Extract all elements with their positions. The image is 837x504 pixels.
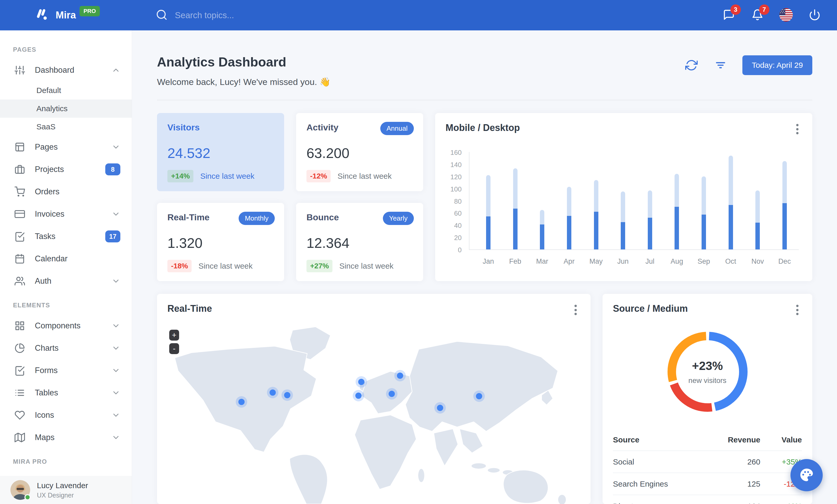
x-axis-label: Nov: [751, 258, 764, 265]
welcome-message: Welcome back, Lucy! We've missed you. 👋: [157, 77, 331, 87]
more-vertical-icon[interactable]: [792, 123, 802, 135]
sidebar-item-auth[interactable]: Auth: [0, 270, 132, 292]
date-button[interactable]: Today: April 29: [742, 55, 812, 75]
map-zoom-in-button[interactable]: +: [169, 330, 179, 341]
grid-icon: [15, 321, 25, 331]
users-icon: [15, 276, 25, 286]
user-role: UX Designer: [37, 491, 88, 499]
sidebar-item-charts[interactable]: Charts: [0, 337, 132, 359]
bar-chart: 020406080100120140160 JanFebMarAprMayJun…: [447, 152, 799, 272]
bar-may: May: [594, 152, 599, 249]
sidebar-section-elements: ELEMENTS: [0, 292, 132, 315]
sidebar-item-dashboard[interactable]: Dashboard: [0, 59, 132, 81]
y-axis-tick: 40: [454, 222, 462, 230]
sliders-icon: [15, 65, 25, 75]
bar-feb: Feb: [513, 152, 518, 249]
brand[interactable]: Mira PRO: [34, 7, 100, 24]
us-flag-icon: [779, 8, 793, 23]
sidebar-item-orders[interactable]: Orders: [0, 181, 132, 203]
chevron-down-icon: [111, 210, 120, 219]
user-name: Lucy Lavender: [37, 481, 88, 490]
bounce-card: Bounce Yearly 12.364 +27% Since last wee…: [296, 203, 423, 281]
sidebar-item-invoices[interactable]: Invoices: [0, 203, 132, 225]
table-header: Source Revenue Value: [613, 429, 802, 451]
bar-aug: Aug: [675, 152, 679, 249]
x-axis-label: Aug: [671, 258, 683, 265]
tasks-count-badge: 17: [105, 230, 120, 242]
sidebar-item-projects[interactable]: Projects 8: [0, 158, 132, 181]
map-marker: [284, 392, 290, 398]
period-badge: Monthly: [238, 212, 275, 225]
sidebar-item-tables[interactable]: Tables: [0, 381, 132, 404]
mira-logo-icon: [34, 7, 50, 24]
chevron-down-icon: [111, 277, 120, 285]
stat-title: Visitors: [167, 123, 274, 132]
bar-oct: Oct: [729, 152, 733, 249]
mobile-desktop-card: Mobile / Desktop 020406080100120140160 J…: [435, 113, 812, 281]
map-icon: [15, 432, 25, 443]
list-icon: [15, 388, 25, 398]
stat-note: Since last week: [337, 172, 391, 181]
sidebar-item-saas[interactable]: SaaS: [0, 118, 132, 136]
heart-icon: [15, 410, 25, 421]
sidebar-section-mira-pro: MIRA PRO: [0, 449, 132, 471]
chart-title: Source / Medium: [613, 303, 802, 314]
refresh-icon: [685, 59, 698, 72]
table-row: Direct164+46%: [613, 495, 802, 504]
filter-icon: [715, 59, 727, 71]
notifications-button[interactable]: 7: [751, 8, 764, 22]
sidebar-item-icons[interactable]: Icons: [0, 404, 132, 426]
stat-value: 24.532: [167, 145, 274, 161]
shopping-cart-icon: [15, 187, 25, 197]
projects-count-badge: 8: [105, 163, 120, 175]
sidebar-item-components[interactable]: Components: [0, 315, 132, 337]
map-zoom-out-button[interactable]: -: [169, 343, 179, 354]
table-cell: Search Engines: [613, 480, 703, 488]
sidebar-item-tasks[interactable]: Tasks 17: [0, 225, 132, 247]
sidebar-item-pages[interactable]: Pages: [0, 136, 132, 158]
map-marker: [476, 393, 482, 399]
bar-apr: Apr: [567, 152, 571, 249]
map-marker: [355, 393, 361, 399]
sidebar-item-analytics[interactable]: Analytics: [0, 99, 132, 118]
messages-button[interactable]: 3: [722, 8, 736, 22]
table-cell: Direct: [613, 502, 703, 504]
x-axis-label: Dec: [778, 258, 791, 265]
table-row: Social260+35%: [613, 451, 802, 473]
sidebar-item-maps[interactable]: Maps: [0, 426, 132, 449]
more-vertical-icon[interactable]: [570, 304, 581, 316]
y-axis-tick: 140: [450, 161, 462, 169]
chevron-down-icon: [111, 388, 120, 397]
logout-button[interactable]: [808, 8, 821, 22]
map-marker: [358, 379, 364, 385]
y-axis-tick: 20: [454, 234, 462, 242]
map-marker: [270, 389, 276, 396]
credit-card-icon: [15, 209, 25, 219]
sidebar-item-forms[interactable]: Forms: [0, 359, 132, 381]
y-axis-tick: 0: [458, 246, 462, 254]
x-axis-label: Oct: [725, 258, 736, 265]
search-input[interactable]: [175, 11, 321, 20]
x-axis-label: Jun: [617, 258, 629, 265]
bar-jan: Jan: [486, 152, 491, 249]
top-navbar: Mira PRO 3 7: [0, 0, 837, 31]
table-cell: 125: [703, 480, 760, 488]
sidebar-item-default[interactable]: Default: [0, 81, 132, 99]
bar-jul: Jul: [648, 152, 652, 249]
language-button[interactable]: [779, 8, 793, 22]
more-vertical-icon[interactable]: [792, 304, 802, 316]
real-time-card: Real-Time Monthly 1.320 -18% Since last …: [157, 203, 284, 281]
sidebar-user[interactable]: Lucy Lavender UX Designer: [0, 476, 132, 504]
theme-settings-fab[interactable]: [790, 459, 823, 491]
refresh-button[interactable]: [684, 58, 699, 73]
x-axis-label: Sep: [697, 258, 710, 265]
real-time-map-card: Real-Time + -: [157, 294, 591, 504]
source-medium-card: Source / Medium +23% new visitors Source…: [603, 294, 812, 504]
y-axis-tick: 80: [454, 197, 462, 205]
pie-chart-icon: [15, 343, 25, 353]
x-axis-label: Apr: [564, 258, 574, 265]
map-marker: [389, 391, 395, 397]
filter-button[interactable]: [713, 58, 728, 73]
stat-note: Since last week: [200, 172, 254, 181]
sidebar-item-calendar[interactable]: Calendar: [0, 247, 132, 270]
